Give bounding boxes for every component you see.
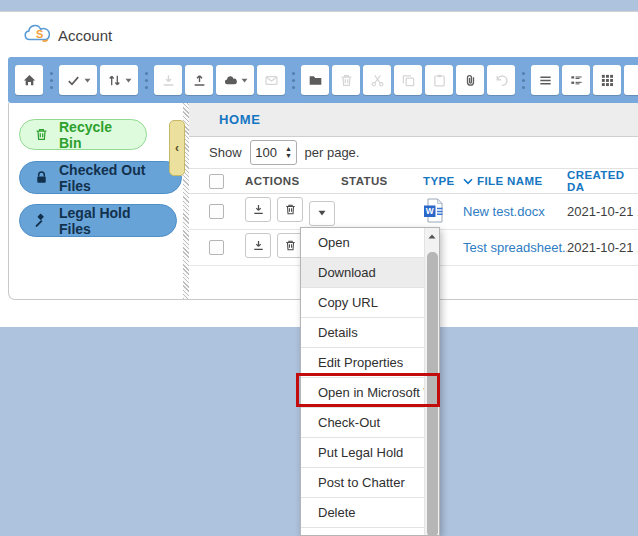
toolbar-separator [520, 65, 526, 95]
upload-button[interactable] [185, 65, 213, 95]
row-checkbox[interactable] [209, 204, 224, 219]
page-title: Account [58, 27, 112, 44]
sidebar-item-recycle-bin[interactable]: Recycle Bin [19, 119, 147, 150]
paste-icon [432, 73, 447, 88]
trash-button [332, 65, 360, 95]
paperclip-button[interactable] [456, 65, 484, 95]
pagination-row: Show 100 ▲ ▼ per page. [189, 137, 638, 169]
menu-item-copy-url[interactable]: Copy URL [301, 288, 424, 318]
mail-icon [264, 73, 279, 88]
trash-button[interactable] [277, 197, 303, 222]
menu-item-open-in-microsoft-word[interactable]: Open in Microsoft Word [301, 378, 424, 408]
svg-text:W: W [426, 206, 434, 216]
copy-button [394, 65, 422, 95]
created-date: 2021-10-21 1 [567, 204, 638, 219]
trash-icon [34, 127, 49, 142]
file-type-cell: W [423, 198, 463, 226]
menu-caret-button[interactable] [309, 201, 335, 226]
list-view-button[interactable] [531, 65, 559, 95]
sidebar-item-label: Legal Hold Files [59, 205, 162, 237]
caret-icon [125, 78, 132, 83]
word-doc-icon: W [423, 198, 446, 223]
cloud-button[interactable] [216, 65, 254, 95]
menu-item-open[interactable]: Open [301, 228, 424, 258]
column-header-file-name[interactable]: FILE NAME [463, 175, 567, 188]
download-button[interactable] [245, 197, 271, 222]
menu-caret-icon [318, 210, 326, 216]
created-date: 2021-10-21 1 [567, 240, 638, 255]
row-checkbox[interactable] [209, 240, 224, 255]
paperclip-icon [463, 73, 478, 88]
download-button [154, 65, 182, 95]
paste-button [425, 65, 453, 95]
list-view-icon [538, 73, 553, 88]
folder-button[interactable] [301, 65, 329, 95]
page-size-stepper[interactable]: 100 ▲ ▼ [250, 140, 297, 165]
undo-icon [494, 73, 509, 88]
caret-icon [241, 78, 248, 83]
column-header-status: STATUS [341, 175, 423, 187]
menu-item-delete[interactable]: Delete [301, 498, 424, 528]
page-size-decrement-button[interactable]: ▼ [285, 153, 292, 159]
top-strip [0, 0, 638, 12]
table-header: ACTIONSSTATUSTYPEFILE NAMECREATED DA [189, 169, 638, 194]
copy-icon [401, 73, 416, 88]
scroll-up-button[interactable] [425, 228, 439, 244]
svg-text:S: S [36, 28, 43, 40]
trash-icon [339, 73, 354, 88]
toolbar-separator [290, 65, 296, 95]
download-button[interactable] [245, 233, 271, 258]
toolbar-separator [143, 65, 149, 95]
cloud-icon [223, 73, 238, 88]
sidebar-item-label: Recycle Bin [59, 119, 132, 151]
download-icon [252, 203, 265, 216]
grid-view-button[interactable] [593, 65, 621, 95]
trash-icon [284, 203, 297, 216]
undo-button [487, 65, 515, 95]
menu-scrollbar[interactable] [424, 228, 439, 535]
column-label: FILE NAME [477, 175, 543, 187]
sidebar-item-checked-out-files[interactable]: Checked Out Files [19, 161, 182, 194]
cut-icon [370, 73, 385, 88]
toolbar-separator [48, 65, 54, 95]
folder-icon [308, 73, 323, 88]
app-cloud-logo-icon: S [22, 24, 54, 44]
table-row: WNew test.docx2021-10-21 1 [189, 194, 638, 230]
column-header-actions: ACTIONS [245, 175, 341, 187]
file-name-link[interactable]: New test.docx [463, 204, 567, 219]
sidebar-item-legal-hold-files[interactable]: Legal Hold Files [19, 204, 177, 237]
menu-item-post-to-chatter[interactable]: Post to Chatter [301, 468, 424, 498]
file-name-link[interactable]: Test spreadsheet... [463, 240, 567, 255]
sidebar: Recycle BinChecked Out FilesLegal Hold F… [9, 103, 183, 299]
gavel-icon [34, 213, 49, 228]
menu-item-details[interactable]: Details [301, 318, 424, 348]
menu-item-check-out[interactable]: Check-Out [301, 408, 424, 438]
home-button[interactable] [15, 65, 43, 95]
grid-view-icon [600, 73, 615, 88]
download-icon [161, 73, 176, 88]
page-size-value[interactable]: 100 [251, 145, 282, 160]
upload-icon [192, 73, 207, 88]
sort-button[interactable] [100, 65, 138, 95]
sort-icon [107, 73, 122, 88]
check-button[interactable] [59, 65, 97, 95]
chevron-down-icon [463, 178, 473, 185]
detail-view-button[interactable] [562, 65, 590, 95]
menu-item-download[interactable]: Download [301, 258, 424, 288]
caret-icon [84, 78, 91, 83]
trash-icon [284, 239, 297, 252]
menu-item-put-legal-hold[interactable]: Put Legal Hold [301, 438, 424, 468]
menu-item-edit-properties[interactable]: Edit Properties [301, 348, 424, 378]
row-actions [245, 197, 341, 226]
column-header-type[interactable]: TYPE [423, 175, 463, 187]
chevron-left-icon: ‹ [175, 141, 179, 155]
clipped-edge-button[interactable] [624, 65, 638, 95]
home-icon [22, 73, 37, 88]
select-all-checkbox[interactable] [209, 174, 224, 189]
sidebar-item-label: Checked Out Files [59, 162, 167, 194]
scrollbar-thumb[interactable] [427, 252, 438, 536]
column-header-created-da[interactable]: CREATED DA [567, 169, 638, 193]
sidebar-collapse-button[interactable]: ‹ [169, 120, 185, 176]
per-page-label: per page. [305, 145, 360, 160]
tab-home[interactable]: HOME [219, 112, 260, 127]
